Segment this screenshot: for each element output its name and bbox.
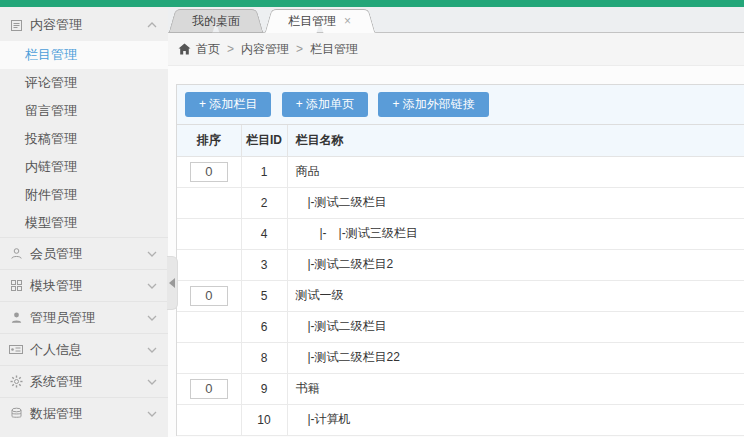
sidebar-item-label: 内容管理 bbox=[30, 16, 146, 34]
table-row: 8 |-测试二级栏目22 bbox=[177, 342, 744, 373]
sidebar-item-label: 模型管理 bbox=[25, 214, 77, 232]
breadcrumb-item-content-mgmt[interactable]: 内容管理 bbox=[241, 41, 289, 58]
admin-app: 内容管理 栏目管理 评论管理 留言管理 投稿管理 内链管理 附件管理 模型管理 bbox=[0, 0, 744, 437]
tab-column-mgmt[interactable]: 栏目管理× bbox=[272, 9, 367, 33]
tab-my-desktop[interactable]: 我的桌面 bbox=[176, 9, 256, 33]
document-icon bbox=[8, 18, 24, 32]
breadcrumb: 首页 > 内容管理 > 栏目管理 bbox=[168, 33, 744, 66]
gear-icon bbox=[8, 375, 24, 389]
main-area: 我的桌面 栏目管理× 首页 > 内容管理 > 栏目管理 + 添加栏目 + 添加单… bbox=[168, 7, 744, 437]
sidebar-item-label: 数据管理 bbox=[30, 405, 146, 423]
sidebar-item-model-mgmt[interactable]: 模型管理 bbox=[0, 209, 168, 237]
sort-cell bbox=[177, 280, 241, 311]
sort-input[interactable] bbox=[190, 379, 228, 399]
column-id-cell: 8 bbox=[241, 342, 287, 373]
sidebar-item-module-mgmt[interactable]: 模块管理 bbox=[0, 269, 168, 301]
sidebar-item-label: 个人信息 bbox=[30, 341, 146, 359]
chevron-down-icon bbox=[146, 251, 158, 257]
id-card-icon bbox=[8, 343, 24, 357]
column-name-cell: 测试一级 bbox=[287, 280, 744, 311]
sidebar-item-content-mgmt[interactable]: 内容管理 bbox=[0, 9, 168, 41]
header-sort: 排序 bbox=[177, 125, 241, 156]
column-id-cell: 6 bbox=[241, 311, 287, 342]
sidebar-item-innerlink-mgmt[interactable]: 内链管理 bbox=[0, 153, 168, 181]
column-id-cell: 1 bbox=[241, 156, 287, 187]
user-icon bbox=[8, 247, 24, 261]
column-id-cell: 9 bbox=[241, 373, 287, 404]
tab-label: 栏目管理 bbox=[288, 14, 336, 28]
sidebar-item-label: 评论管理 bbox=[25, 74, 77, 92]
toolbar: + 添加栏目 + 添加单页 + 添加外部链接 bbox=[177, 85, 744, 125]
database-icon bbox=[8, 407, 24, 421]
breadcrumb-item-home[interactable]: 首页 bbox=[196, 41, 220, 58]
add-single-page-button[interactable]: + 添加单页 bbox=[282, 92, 368, 117]
sidebar-item-comment-mgmt[interactable]: 评论管理 bbox=[0, 69, 168, 97]
column-name-cell: |-测试二级栏目2 bbox=[287, 249, 744, 280]
chevron-down-icon bbox=[146, 379, 158, 385]
column-name-cell: 书籍 bbox=[287, 373, 744, 404]
column-id-cell: 4 bbox=[241, 218, 287, 249]
breadcrumb-separator: > bbox=[227, 42, 234, 56]
collapse-left-arrow-icon bbox=[169, 278, 175, 288]
column-table-panel: + 添加栏目 + 添加单页 + 添加外部链接 排序 栏目ID 栏目名称 1 bbox=[176, 84, 744, 436]
sort-cell bbox=[177, 156, 241, 187]
sidebar-item-admin-mgmt[interactable]: 管理员管理 bbox=[0, 301, 168, 333]
table-row: 5 测试一级 bbox=[177, 280, 744, 311]
column-id-cell: 2 bbox=[241, 187, 287, 218]
table-row: 10 |-计算机 bbox=[177, 404, 744, 435]
sidebar-item-label: 附件管理 bbox=[25, 186, 77, 204]
column-name-cell: |-测试二级栏目22 bbox=[287, 342, 744, 373]
column-id-cell: 3 bbox=[241, 249, 287, 280]
sort-cell bbox=[177, 342, 241, 373]
admin-user-icon bbox=[8, 311, 24, 325]
grid-icon bbox=[8, 279, 24, 293]
column-name-cell: |-测试二级栏目 bbox=[287, 187, 744, 218]
add-external-link-button[interactable]: + 添加外部链接 bbox=[378, 92, 488, 117]
sidebar-item-message-mgmt[interactable]: 留言管理 bbox=[0, 97, 168, 125]
column-table: 排序 栏目ID 栏目名称 1 商品 2 |-测试二级栏目 bbox=[177, 125, 744, 436]
chevron-down-icon bbox=[146, 347, 158, 353]
table-row: 3 |-测试二级栏目2 bbox=[177, 249, 744, 280]
sidebar-item-column-mgmt[interactable]: 栏目管理 bbox=[0, 41, 168, 69]
sidebar-nav: 内容管理 栏目管理 评论管理 留言管理 投稿管理 内链管理 附件管理 模型管理 bbox=[0, 7, 168, 437]
sort-cell bbox=[177, 311, 241, 342]
chevron-down-icon bbox=[146, 315, 158, 321]
sidebar-item-label: 模块管理 bbox=[30, 277, 146, 295]
sort-cell bbox=[177, 187, 241, 218]
sidebar-item-attachment-mgmt[interactable]: 附件管理 bbox=[0, 181, 168, 209]
breadcrumb-item-current: 栏目管理 bbox=[310, 41, 358, 58]
sidebar-item-label: 会员管理 bbox=[30, 245, 146, 263]
breadcrumb-separator: > bbox=[296, 42, 303, 56]
sidebar-item-personal-info[interactable]: 个人信息 bbox=[0, 333, 168, 365]
sidebar-item-data-mgmt[interactable]: 数据管理 bbox=[0, 397, 168, 429]
sort-cell bbox=[177, 404, 241, 435]
sidebar-collapse-handle[interactable] bbox=[167, 256, 178, 310]
tab-label: 我的桌面 bbox=[192, 14, 240, 28]
table-header-row: 排序 栏目ID 栏目名称 bbox=[177, 125, 744, 156]
sidebar-item-system-mgmt[interactable]: 系统管理 bbox=[0, 365, 168, 397]
sidebar-item-contribution-mgmt[interactable]: 投稿管理 bbox=[0, 125, 168, 153]
column-name-cell: |-计算机 bbox=[287, 404, 744, 435]
header-column-id: 栏目ID bbox=[241, 125, 287, 156]
sort-input[interactable] bbox=[190, 286, 228, 306]
chevron-down-icon bbox=[146, 411, 158, 417]
table-row: 6 |-测试二级栏目 bbox=[177, 311, 744, 342]
sort-input[interactable] bbox=[190, 162, 228, 182]
sidebar-item-label: 留言管理 bbox=[25, 102, 77, 120]
table-row: 1 商品 bbox=[177, 156, 744, 187]
column-id-cell: 5 bbox=[241, 280, 287, 311]
column-name-cell: |- |-测试三级栏目 bbox=[287, 218, 744, 249]
sort-cell bbox=[177, 373, 241, 404]
close-icon[interactable]: × bbox=[344, 14, 351, 28]
tab-bar: 我的桌面 栏目管理× bbox=[168, 7, 744, 33]
sidebar-item-member-mgmt[interactable]: 会员管理 bbox=[0, 237, 168, 269]
sort-cell bbox=[177, 249, 241, 280]
table-row: 9 书籍 bbox=[177, 373, 744, 404]
table-row: 2 |-测试二级栏目 bbox=[177, 187, 744, 218]
table-row: 4 |- |-测试三级栏目 bbox=[177, 218, 744, 249]
chevron-up-icon bbox=[146, 22, 158, 28]
column-name-cell: 商品 bbox=[287, 156, 744, 187]
sidebar-item-label: 栏目管理 bbox=[25, 46, 77, 64]
add-column-button[interactable]: + 添加栏目 bbox=[185, 92, 271, 117]
column-id-cell: 10 bbox=[241, 404, 287, 435]
